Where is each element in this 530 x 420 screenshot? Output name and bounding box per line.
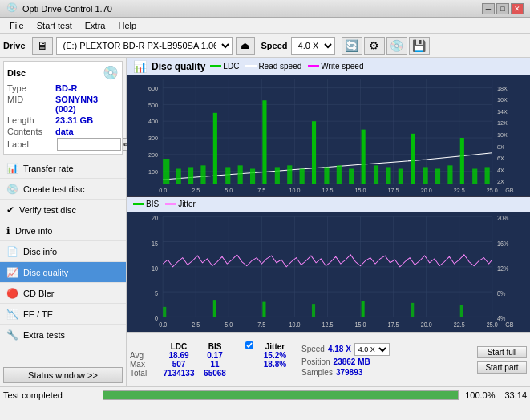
content-area: 📊 Disc quality LDC Read speed Write spee… xyxy=(127,58,530,386)
menu-file[interactable]: File xyxy=(3,19,30,32)
svg-text:10X: 10X xyxy=(497,131,508,139)
start-full-button[interactable]: Start full xyxy=(477,346,527,358)
nav-item-cd-bler[interactable]: 🔴CD Bler xyxy=(0,283,126,304)
disc-label-input[interactable] xyxy=(57,138,121,151)
close-button[interactable]: ✕ xyxy=(511,3,524,14)
speed-row: Speed 4.18 X 4.0 X xyxy=(301,343,390,356)
nav-item-verify-test-disc[interactable]: ✔Verify test disc xyxy=(0,200,126,220)
max-bis: 11 xyxy=(199,360,231,369)
svg-text:15.0: 15.0 xyxy=(355,187,366,194)
start-part-button[interactable]: Start part xyxy=(477,361,527,374)
menu-start-test[interactable]: Start test xyxy=(30,19,79,32)
drive-select[interactable]: (E:) PLEXTOR BD-R PX-LB950SA 1.06 xyxy=(56,37,233,55)
legend-read-color xyxy=(245,65,257,67)
nav-item-disc-info[interactable]: 📄Disc info xyxy=(0,241,126,262)
legend-read-label: Read speed xyxy=(258,62,301,71)
svg-text:5: 5 xyxy=(155,289,158,297)
svg-text:5.0: 5.0 xyxy=(225,187,233,194)
svg-rect-33 xyxy=(337,165,342,184)
nav-icon-cd-bler: 🔴 xyxy=(6,288,18,299)
position-row: Position 23862 MB xyxy=(301,357,390,366)
sidebar: Disc 💿 Type BD-R MID SONYNN3 (002) Lengt… xyxy=(0,58,127,386)
avg-jitter: 15.2% xyxy=(255,351,295,360)
nav-item-drive-info[interactable]: ℹDrive info xyxy=(0,220,126,241)
refresh-icon[interactable]: 🔄 xyxy=(342,37,362,55)
jitter-color xyxy=(165,203,176,205)
disc-icon[interactable]: 💿 xyxy=(386,37,407,55)
progress-fill xyxy=(103,391,458,399)
drive-icon: 🖥 xyxy=(32,37,53,55)
speed-select[interactable]: 4.0 X xyxy=(291,37,335,55)
nav-label-transfer-rate: Transfer rate xyxy=(23,164,74,173)
avg-label: Avg xyxy=(130,351,159,360)
content-title: Disc quality xyxy=(152,61,205,72)
svg-rect-45 xyxy=(485,167,490,184)
svg-rect-36 xyxy=(374,165,378,184)
status-time: 33:14 xyxy=(504,390,527,400)
minimize-button[interactable]: ─ xyxy=(482,3,495,14)
nav-item-create-test-disc[interactable]: 💿Create test disc xyxy=(0,179,126,200)
nav-icon-disc-info: 📄 xyxy=(6,246,18,257)
status-bar: Test completed 100.0% 33:14 xyxy=(0,386,530,402)
legend-ldc-label: LDC xyxy=(223,62,239,71)
svg-text:0: 0 xyxy=(155,315,158,323)
title-bar: 💿 Opti Drive Control 1.70 ─ □ ✕ xyxy=(0,0,530,18)
status-window-button[interactable]: Status window >> xyxy=(3,367,123,383)
nav-item-fe-te[interactable]: 📉FE / TE xyxy=(0,304,126,325)
svg-text:8X: 8X xyxy=(497,143,504,151)
svg-text:2.5: 2.5 xyxy=(192,321,200,329)
nav-label-create-test-disc: Create test disc xyxy=(23,184,84,194)
nav-item-transfer-rate[interactable]: 📊Transfer rate xyxy=(0,158,126,179)
nav-item-extra-tests[interactable]: 🔧Extra tests xyxy=(0,325,126,345)
disc-panel: Disc 💿 Type BD-R MID SONYNN3 (002) Lengt… xyxy=(3,61,123,155)
chart2-legend: BIS Jitter xyxy=(127,197,530,212)
disc-title: Disc xyxy=(7,68,26,78)
nav-icon-extra-tests: 🔧 xyxy=(6,329,18,341)
disc-length-row: Length 23.31 GB xyxy=(7,115,119,125)
svg-text:12%: 12% xyxy=(497,265,508,273)
svg-text:20.0: 20.0 xyxy=(421,187,432,194)
svg-text:6X: 6X xyxy=(497,155,504,162)
total-label: Total xyxy=(130,369,159,378)
jitter-checkbox[interactable] xyxy=(245,341,253,349)
disc-cd-icon: 💿 xyxy=(103,65,119,80)
content-header: 📊 Disc quality LDC Read speed Write spee… xyxy=(127,58,530,75)
start-buttons: Start full Start part xyxy=(477,346,527,374)
jitter-legend-label: Jitter xyxy=(178,200,196,208)
maximize-button[interactable]: □ xyxy=(496,3,509,14)
menu-help[interactable]: Help xyxy=(111,19,143,32)
disc-label-row: Label ✏ xyxy=(7,138,119,151)
svg-rect-37 xyxy=(386,167,390,184)
svg-rect-20 xyxy=(176,169,181,184)
max-label: Max xyxy=(130,360,159,369)
disc-mid-value: SONYNN3 (002) xyxy=(55,95,119,114)
svg-text:4X: 4X xyxy=(497,167,504,174)
speed-pos-panel: Speed 4.18 X 4.0 X Position 23862 MB Sam… xyxy=(301,343,390,377)
svg-text:20: 20 xyxy=(152,214,158,222)
svg-rect-91 xyxy=(213,300,216,317)
svg-text:25.0: 25.0 xyxy=(487,321,498,329)
nav-label-extra-tests: Extra tests xyxy=(23,330,65,340)
svg-text:10.0: 10.0 xyxy=(289,321,300,329)
disc-contents-label: Contents xyxy=(7,127,55,136)
stats-table: LDC BIS Jitter Avg 18.69 0.17 xyxy=(130,341,295,378)
svg-text:12X: 12X xyxy=(497,119,508,127)
disc-type-row: Type BD-R xyxy=(7,83,119,93)
svg-rect-96 xyxy=(460,305,463,317)
ldc-col-header: LDC xyxy=(159,341,199,351)
eject-button[interactable]: ⏏ xyxy=(236,37,255,55)
svg-text:600: 600 xyxy=(148,85,158,92)
samples-label: Samples xyxy=(301,368,333,377)
disc-mid-row: MID SONYNN3 (002) xyxy=(7,95,119,114)
svg-rect-94 xyxy=(362,301,365,317)
jitter-col-header: Jitter xyxy=(255,341,295,351)
save-icon[interactable]: 💾 xyxy=(409,37,430,55)
svg-text:7.5: 7.5 xyxy=(257,187,265,194)
speed-select-stat[interactable]: 4.0 X xyxy=(354,343,390,356)
nav-item-disc-quality[interactable]: 📈Disc quality xyxy=(0,262,126,283)
nav-icon-create-test-disc: 💿 xyxy=(6,184,18,195)
menu-extra[interactable]: Extra xyxy=(79,19,112,32)
svg-rect-92 xyxy=(262,301,265,317)
settings-icon[interactable]: ⚙ xyxy=(364,37,385,55)
svg-text:16%: 16% xyxy=(497,240,508,248)
